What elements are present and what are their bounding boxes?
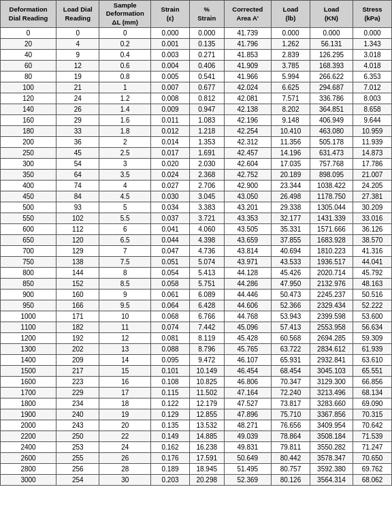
table-cell: 44.606 xyxy=(224,300,272,311)
table-cell: 182 xyxy=(56,322,99,333)
table-cell: 16.238 xyxy=(189,442,224,453)
table-cell: 42.900 xyxy=(224,181,272,191)
table-cell: 69.090 xyxy=(353,398,392,409)
table-cell: 15 xyxy=(99,366,151,377)
table-cell: 41.316 xyxy=(353,246,392,257)
table-cell: 1038.422 xyxy=(310,181,353,191)
header-load-kn: Load(KN) xyxy=(310,1,353,28)
table-cell: 1.218 xyxy=(189,126,224,137)
table-cell: 44.446 xyxy=(224,290,272,300)
table-cell: 11 xyxy=(99,322,151,333)
table-cell: 69.762 xyxy=(353,464,392,475)
table-row: 160291.60.0111.08342.1969.148406.9499.64… xyxy=(1,115,392,126)
table-cell: 3578.347 xyxy=(310,453,353,464)
table-row: 7501387.50.0515.07443.97143.5331936.5174… xyxy=(1,257,392,268)
table-row: 1900240190.12912.85547.89675.7103367.856… xyxy=(1,409,392,420)
table-cell: 27.381 xyxy=(353,191,392,202)
table-cell: 1700 xyxy=(1,388,56,398)
table-cell: 0.030 xyxy=(151,191,190,202)
table-cell: 3.045 xyxy=(189,191,224,202)
table-cell: 3283.660 xyxy=(310,398,353,409)
table-cell: 0.014 xyxy=(151,137,190,148)
table-cell: 700 xyxy=(1,246,56,257)
table-cell: 60.568 xyxy=(272,333,310,344)
table-cell: 3550.282 xyxy=(310,442,353,453)
table-cell: 1900 xyxy=(1,409,56,420)
table-cell: 1500 xyxy=(1,366,56,377)
table-cell: 43.659 xyxy=(224,235,272,246)
table-cell: 42.752 xyxy=(224,170,272,181)
table-cell: 3409.954 xyxy=(310,420,353,431)
table-cell: 180 xyxy=(1,126,56,137)
table-cell: 43.814 xyxy=(224,246,272,257)
table-cell: 18.945 xyxy=(189,464,224,475)
table-cell: 47.527 xyxy=(224,398,272,409)
table-cell: 0.027 xyxy=(151,181,190,191)
data-table: DeformationDial Reading Load DialReading… xyxy=(0,0,392,486)
table-row: 4007440.0272.70642.90023.3441038.42224.2… xyxy=(1,181,392,191)
table-cell: 24 xyxy=(99,442,151,453)
table-cell: 400 xyxy=(1,181,56,191)
table-cell: 1683.928 xyxy=(310,235,353,246)
table-cell: 14.873 xyxy=(353,148,392,159)
table-cell: 3367.856 xyxy=(310,409,353,420)
table-cell: 3.785 xyxy=(272,61,310,72)
table-cell: 120 xyxy=(1,93,56,104)
table-cell: 17.786 xyxy=(353,159,392,170)
table-row: 120241.20.0080.81242.0817.571336.7868.00… xyxy=(1,93,392,104)
table-cell: 0.135 xyxy=(189,39,224,50)
table-cell: 18 xyxy=(99,398,151,409)
table-cell: 1800 xyxy=(1,398,56,409)
table-cell: 9 xyxy=(99,290,151,300)
table-cell: 41.909 xyxy=(224,61,272,72)
table-body: 0000.0000.00041.7390.0000.0000.0002040.2… xyxy=(1,28,392,486)
table-row: 1000171100.0686.76644.76853.9432399.5985… xyxy=(1,311,392,322)
table-cell: 1810.223 xyxy=(310,246,353,257)
table-cell: 10.410 xyxy=(272,126,310,137)
table-cell: 120 xyxy=(56,235,99,246)
table-cell: 0.017 xyxy=(151,148,190,159)
table-cell: 1305.044 xyxy=(310,202,353,213)
table-cell: 65.931 xyxy=(272,355,310,366)
table-cell: 2.368 xyxy=(189,170,224,181)
table-cell: 75.710 xyxy=(272,409,310,420)
table-cell: 5 xyxy=(99,202,151,213)
table-cell: 38.570 xyxy=(353,235,392,246)
table-cell: 138 xyxy=(56,257,99,268)
table-cell: 0.068 xyxy=(151,311,190,322)
table-cell: 0.677 xyxy=(189,82,224,93)
table-cell: 80.126 xyxy=(272,475,310,486)
table-cell: 140 xyxy=(1,104,56,115)
table-cell: 45.765 xyxy=(224,344,272,355)
table-cell: 112 xyxy=(56,224,99,235)
table-cell: 0.044 xyxy=(151,235,190,246)
table-cell: 1.2 xyxy=(99,93,151,104)
table-cell: 4.398 xyxy=(189,235,224,246)
table-cell: 30.209 xyxy=(353,202,392,213)
table-cell: 266.622 xyxy=(310,72,353,82)
table-row: 2400253240.16216.23849.83179.8113550.282… xyxy=(1,442,392,453)
table-cell: 36.126 xyxy=(353,224,392,235)
table-cell: 0.000 xyxy=(189,28,224,39)
table-row: 250452.50.0171.69142.45714.196631.47314.… xyxy=(1,148,392,159)
table-cell: 550 xyxy=(1,213,56,224)
table-cell: 12 xyxy=(99,333,151,344)
table-cell: 1 xyxy=(99,82,151,93)
header-sample-deformation: SampleDeformationΔL (mm) xyxy=(99,1,151,28)
table-cell: 406.949 xyxy=(310,115,353,126)
table-cell: 0.129 xyxy=(151,409,190,420)
table-cell: 41.853 xyxy=(224,50,272,61)
table-cell: 217 xyxy=(56,366,99,377)
table-cell: 0.041 xyxy=(151,224,190,235)
table-cell: 0.074 xyxy=(151,322,190,333)
table-cell: 52.222 xyxy=(353,300,392,311)
table-cell: 42.254 xyxy=(224,126,272,137)
table-cell: 1936.517 xyxy=(310,257,353,268)
table-cell: 8.658 xyxy=(353,104,392,115)
table-cell: 0.812 xyxy=(189,93,224,104)
table-cell: 3508.184 xyxy=(310,431,353,442)
table-cell: 234 xyxy=(56,398,99,409)
table-cell: 1300 xyxy=(1,344,56,355)
table-cell: 144 xyxy=(56,268,99,279)
table-cell: 0.101 xyxy=(151,366,190,377)
